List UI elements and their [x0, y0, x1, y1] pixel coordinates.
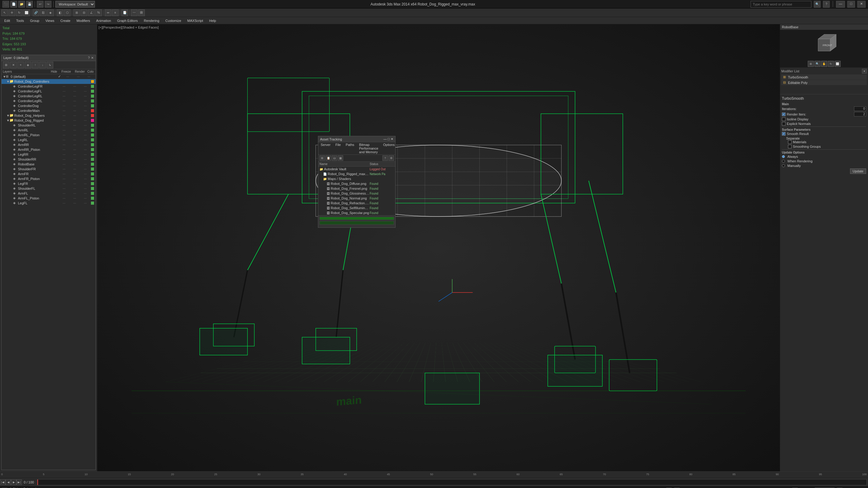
layer-row-robot-dog-helpers[interactable]: ▼📁Robot_Dog_Helpers---------	[2, 113, 96, 118]
layer-row-legrl[interactable]: ◈LegRL---------	[2, 137, 96, 142]
layer-color-swatch[interactable]	[91, 109, 94, 112]
asset-close-btn[interactable]: ✕	[391, 137, 393, 141]
turbosm-materials-checkbox[interactable]	[788, 140, 792, 144]
nav-maximize[interactable]: ⬜	[835, 61, 841, 67]
turbosm-render-iters-checkbox[interactable]	[782, 112, 785, 116]
turbosm-explicit-checkbox[interactable]	[782, 122, 785, 126]
menu-tools[interactable]: Tools	[13, 17, 27, 24]
turbosm-always-radio[interactable]	[782, 155, 785, 158]
workspace-dropdown[interactable]: Workspace: Default	[55, 1, 95, 8]
asset-menu-server[interactable]: Server	[318, 142, 333, 155]
layer-color-swatch[interactable]	[91, 172, 94, 176]
next-frame-btn[interactable]: ▶|	[17, 480, 22, 485]
layer-row-armpiston[interactable]: ◈ArmRL_Piston---------	[2, 133, 96, 137]
layer-row-armfr[interactable]: ◈ArmFR---------	[2, 171, 96, 176]
layer-select-icon[interactable]: ◈	[25, 62, 31, 68]
menu-modifiers[interactable]: Modifiers	[73, 17, 93, 24]
layer-color-swatch[interactable]	[91, 128, 94, 132]
move-icon[interactable]: ✛	[8, 9, 15, 16]
link-icon[interactable]: 🔗	[33, 9, 39, 16]
asset-menu-bitmap[interactable]: Bitmap Performance and Memory	[356, 142, 381, 155]
asset-menu-paths[interactable]: Paths	[343, 142, 356, 155]
snap-icon[interactable]: ⊞	[73, 9, 80, 16]
layer-row-armpiston2[interactable]: ◈ArmRR_Piston---------	[2, 147, 96, 152]
layer-color-swatch[interactable]	[91, 133, 94, 137]
menu-customize[interactable]: Customize	[162, 17, 184, 24]
timeline[interactable]: |◀ ◀ ▶ ▶| 0 / 100	[0, 477, 868, 486]
close-btn[interactable]: ✕	[857, 1, 866, 8]
modifier-dropdown-icon[interactable]: ▼	[862, 69, 867, 73]
percent-snap-icon[interactable]: %	[95, 9, 102, 16]
layer-color-swatch[interactable]	[91, 119, 94, 122]
menu-maxscript[interactable]: MAXScript	[184, 17, 206, 24]
maximize-btn[interactable]: □	[847, 1, 855, 8]
nav-zoom[interactable]: 🔍	[814, 61, 820, 67]
layer-color-swatch[interactable]	[91, 167, 94, 171]
menu-rendering[interactable]: Rendering	[141, 17, 162, 24]
asset-menu-options[interactable]: Options	[381, 142, 397, 155]
nav-zoom-extents[interactable]: ⊞	[808, 61, 814, 67]
asset-menu-file[interactable]: File	[333, 142, 343, 155]
layer-color-swatch[interactable]	[91, 89, 94, 93]
layer-row-shoulderfl[interactable]: ◈ShoulderFL---------	[2, 186, 96, 191]
layer-expand-icon[interactable]: ▼	[6, 119, 9, 122]
layer-row-legfr[interactable]: ◈LegFR---------	[2, 181, 96, 186]
layer-child-icon[interactable]: ↳	[46, 62, 53, 68]
nav-orbit[interactable]: ↻	[828, 61, 834, 67]
minimize-btn[interactable]: —	[836, 1, 845, 8]
menu-animation[interactable]: Animation	[93, 17, 114, 24]
layer-color-swatch[interactable]	[91, 124, 94, 127]
turbosm-manually-radio[interactable]	[782, 164, 785, 167]
layer-help-btn[interactable]: ?	[88, 56, 90, 60]
layer-row-controllermain[interactable]: ◈ControllerMain---------	[2, 108, 96, 113]
select-region[interactable]: ⬡	[64, 9, 70, 16]
layer-up-icon[interactable]: ↑	[32, 62, 39, 68]
layer-icon[interactable]: 📑	[121, 9, 128, 16]
asset-icon1[interactable]: ⊞	[319, 155, 325, 161]
layer-row-controllerlegrl[interactable]: ◈ControllerLegRL---------	[2, 94, 96, 99]
layer-color-swatch[interactable]	[91, 162, 94, 166]
layer-color-swatch[interactable]	[91, 104, 94, 108]
asset-icon3[interactable]: 🗂	[332, 155, 337, 161]
menu-edit[interactable]: Edit	[1, 17, 13, 24]
select-filter[interactable]: ◧	[57, 9, 63, 16]
open-btn[interactable]: 📁	[18, 1, 25, 8]
asset-row-glossiness[interactable]: 🖼 Robot_Dog_Glossiness.png Found	[318, 191, 395, 196]
scale-icon[interactable]: ⬜	[23, 9, 30, 16]
search-btn[interactable]: 🔍	[814, 1, 820, 8]
new-btn[interactable]: 📄	[10, 1, 17, 8]
asset-row-maps-folder[interactable]: 📁 Maps / Shaders	[318, 176, 395, 181]
layer-row-controllerlegfr[interactable]: ◈ControllerLegFR---------	[2, 84, 96, 89]
layer-row-shoulderfr[interactable]: ◈ShoulderFR---------	[2, 167, 96, 171]
layer-expand-icon[interactable]: ▼	[6, 80, 9, 83]
asset-row-refraction[interactable]: 🖼 Robot_Dog_Refraction.png Found	[318, 201, 395, 205]
layer-row-shoulderrr[interactable]: ◈ShoulderRR---------	[2, 157, 96, 162]
align-icon[interactable]: ≡	[112, 9, 119, 16]
prev-frame-btn[interactable]: ◀	[5, 480, 11, 485]
bind-icon[interactable]: ◈	[47, 9, 54, 16]
asset-row-diffuse[interactable]: 🖼 Robot_Dog_Diffuse.png Found	[318, 181, 395, 186]
asset-row-max-file[interactable]: 📄 Robot_Dog_Rigged_max_vray.max Network …	[318, 171, 395, 176]
layer-color-swatch[interactable]	[91, 148, 94, 152]
angle-snap-icon[interactable]: ∠	[88, 9, 95, 16]
layer-color-swatch[interactable]	[91, 99, 94, 103]
layer-row-robotbase[interactable]: ◈RobotBase---------	[2, 162, 96, 167]
layer-color-swatch[interactable]	[91, 85, 94, 88]
layer-color-swatch[interactable]	[91, 158, 94, 161]
layer-color-swatch[interactable]	[91, 94, 94, 98]
nav-pan[interactable]: ✋	[821, 61, 827, 67]
mirror-icon[interactable]: ⇔	[105, 9, 111, 16]
search-input[interactable]	[750, 1, 811, 8]
viewport[interactable]: [+][Perspective][Shaded + Edged Faces]	[97, 24, 780, 471]
layer-color-swatch[interactable]	[91, 153, 94, 156]
layer-color-swatch[interactable]	[91, 138, 94, 142]
layer-row-armfrpiston[interactable]: ◈ArmFR_Piston---------	[2, 176, 96, 181]
redo-btn[interactable]: ↪	[45, 1, 52, 8]
turbosm-isoline-checkbox[interactable]	[782, 117, 785, 121]
layer-row-controllerlegrl2[interactable]: ◈ControllerLegRL---------	[2, 99, 96, 103]
save-btn[interactable]: 💾	[26, 1, 33, 8]
viewport-cube-svg[interactable]: FRONT	[812, 33, 836, 57]
layer-color-swatch[interactable]	[91, 80, 94, 83]
layer-color-swatch[interactable]	[91, 143, 94, 147]
unlink-icon[interactable]: ⛓	[40, 9, 46, 16]
